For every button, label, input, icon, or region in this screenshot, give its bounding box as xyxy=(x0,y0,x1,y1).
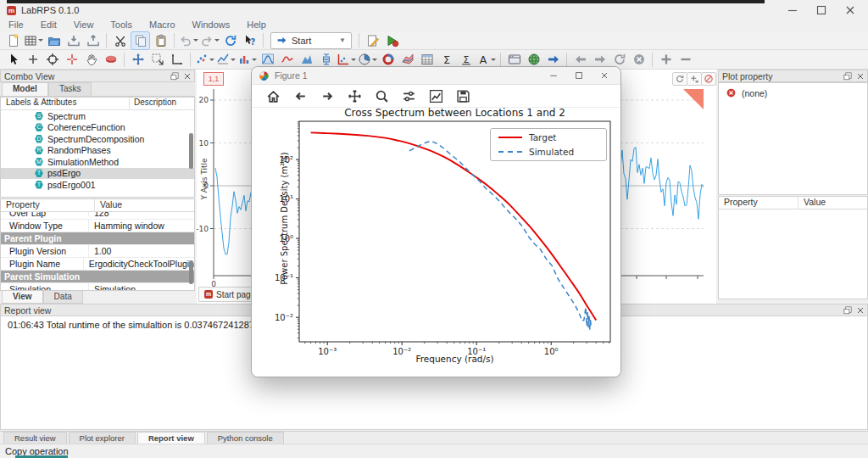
tree-item-psdergo[interactable]: TpsdErgo xyxy=(1,168,194,180)
axes-plot-button[interactable] xyxy=(337,51,356,68)
nav-stop-button[interactable] xyxy=(630,51,648,68)
go-button[interactable] xyxy=(544,51,562,68)
tab-tasks[interactable]: Tasks xyxy=(48,82,92,96)
export-file-button[interactable] xyxy=(84,32,102,49)
figure-minimize-button[interactable] xyxy=(541,69,566,82)
panel-tab-result-view[interactable]: Result view xyxy=(3,432,67,444)
open-website-button[interactable] xyxy=(525,51,542,68)
property-value[interactable]: Hamming window xyxy=(89,221,164,231)
panel-tab-plot-explorer[interactable]: Plot explorer xyxy=(69,432,136,444)
maximize-button[interactable] xyxy=(807,3,836,17)
cut-button[interactable] xyxy=(111,32,129,49)
dropdown-caret-icon[interactable] xyxy=(491,59,496,61)
tab-data[interactable]: Data xyxy=(43,291,83,304)
property-scrollbar[interactable] xyxy=(189,260,193,284)
tree-item-spectrum[interactable]: SSpectrum xyxy=(1,110,194,122)
zoom-in-button[interactable] xyxy=(657,51,675,68)
forward-button[interactable] xyxy=(319,87,337,104)
plot-block-button[interactable] xyxy=(701,72,716,86)
tree-scrollbar[interactable] xyxy=(189,133,193,169)
back-button[interactable] xyxy=(292,87,309,104)
execute-macro-button[interactable] xyxy=(383,32,401,49)
dropdown-caret-icon[interactable] xyxy=(209,59,214,61)
disc-3d-button[interactable] xyxy=(102,51,120,68)
open-file-button[interactable] xyxy=(45,32,63,49)
panel-tab-report-view[interactable]: Report view xyxy=(137,432,205,444)
home-button[interactable] xyxy=(264,87,282,104)
curve-plot-button[interactable] xyxy=(278,51,296,68)
snap-target-button[interactable] xyxy=(43,51,61,68)
menu-macro[interactable]: Macro xyxy=(141,19,184,31)
zoom-out-button[interactable] xyxy=(676,51,694,68)
select-mode-button[interactable] xyxy=(4,51,22,68)
figure-maximize-button[interactable] xyxy=(566,69,592,82)
line-plot-button[interactable] xyxy=(216,51,236,68)
figure-titlebar[interactable]: Figure 1 xyxy=(252,67,620,85)
menu-view[interactable]: View xyxy=(65,19,103,31)
integral-tool-button[interactable]: Σ xyxy=(457,51,475,68)
property-row-simulation[interactable]: SimulationSimulation xyxy=(1,283,194,291)
close-button[interactable] xyxy=(836,3,865,17)
tab-view[interactable]: View xyxy=(2,291,43,304)
tree-item-coherencefunction[interactable]: CCoherenceFunction xyxy=(1,122,194,134)
property-row-over-lap[interactable]: Over Lap128 xyxy=(1,212,194,220)
paste-button[interactable] xyxy=(152,32,170,49)
tree-item-randomphases[interactable]: RRandomPhases xyxy=(1,145,194,157)
add-point-button[interactable] xyxy=(24,51,42,68)
configure-subplots-button[interactable] xyxy=(400,87,418,104)
minimize-button[interactable] xyxy=(778,3,807,17)
plot-add-button[interactable] xyxy=(687,72,702,86)
property-row-plugin-name[interactable]: Plugin NameErgodicityCheckToolPlugin xyxy=(1,258,194,271)
menu-edit[interactable]: Edit xyxy=(32,19,65,31)
spectrum-plot-button[interactable] xyxy=(259,51,276,68)
dropdown-caret-icon[interactable] xyxy=(231,59,236,61)
pan-button[interactable] xyxy=(346,87,364,104)
pan-hand-button[interactable] xyxy=(82,51,100,68)
copy-button[interactable] xyxy=(131,31,150,50)
whats-this-button[interactable]: ? xyxy=(241,32,259,49)
menu-help[interactable]: Help xyxy=(238,19,275,31)
open-macro-editor-button[interactable] xyxy=(364,32,381,49)
menu-windows[interactable]: Windows xyxy=(184,19,239,31)
nav-refresh-button[interactable] xyxy=(610,51,628,68)
surface-plot-button[interactable] xyxy=(398,51,416,68)
zoom-region-button[interactable] xyxy=(148,51,166,68)
start-simulation-combobox[interactable]: Start▼ xyxy=(270,32,352,49)
dropdown-caret-icon[interactable] xyxy=(38,39,43,42)
move-view-button[interactable] xyxy=(129,51,147,68)
save-figure-button[interactable] xyxy=(454,87,472,104)
figure-close-button[interactable] xyxy=(592,69,617,82)
menu-file[interactable]: File xyxy=(0,19,32,31)
zoom-to-rect-button[interactable] xyxy=(373,87,391,104)
crosshair-button[interactable] xyxy=(63,51,81,68)
property-value[interactable]: 128 xyxy=(89,212,109,218)
tree-item-spectrumdecomposition[interactable]: DSpectrumDecomposition xyxy=(1,133,194,145)
edit-parameters-button[interactable] xyxy=(427,87,445,104)
text-annotation-button[interactable]: A xyxy=(476,51,496,68)
menu-tools[interactable]: Tools xyxy=(102,19,141,31)
property-value[interactable]: Simulation xyxy=(89,284,136,291)
undo-button[interactable] xyxy=(179,32,198,49)
donut-chart-button[interactable] xyxy=(379,51,397,68)
property-value[interactable]: 1.00 xyxy=(89,246,111,256)
figure-canvas[interactable]: 10⁻³10⁻²10⁻¹10⁰10²10¹10⁰10⁻¹10⁻² Cross S… xyxy=(252,108,620,377)
dropdown-caret-icon[interactable] xyxy=(214,39,220,42)
new-document-button[interactable] xyxy=(4,32,22,49)
panel-tab-python-console[interactable]: Python console xyxy=(207,432,284,444)
tab-model[interactable]: Model xyxy=(2,82,48,96)
property-row-window-type[interactable]: Window TypeHamming window xyxy=(1,220,194,232)
tree-item-simulationmethod[interactable]: MSimulationMethod xyxy=(1,156,194,168)
bar-chart-button[interactable] xyxy=(237,51,257,68)
tree-item-psdergo001[interactable]: TpsdErgo001 xyxy=(1,179,194,191)
workbench-selector-button[interactable] xyxy=(24,32,43,49)
save-file-button[interactable] xyxy=(64,32,82,49)
property-value[interactable]: ErgodicityCheckToolPlugin xyxy=(84,259,194,269)
web-browser-button[interactable] xyxy=(505,51,523,68)
redo-button[interactable] xyxy=(200,32,220,49)
refresh-button[interactable] xyxy=(221,32,239,49)
dropdown-caret-icon[interactable] xyxy=(351,59,356,61)
nav-back-button[interactable] xyxy=(571,51,589,68)
property-row-plugin-version[interactable]: Plugin Version1.00 xyxy=(1,245,194,258)
scatter-plot-button[interactable] xyxy=(195,51,214,68)
table-view-button[interactable] xyxy=(418,51,436,68)
